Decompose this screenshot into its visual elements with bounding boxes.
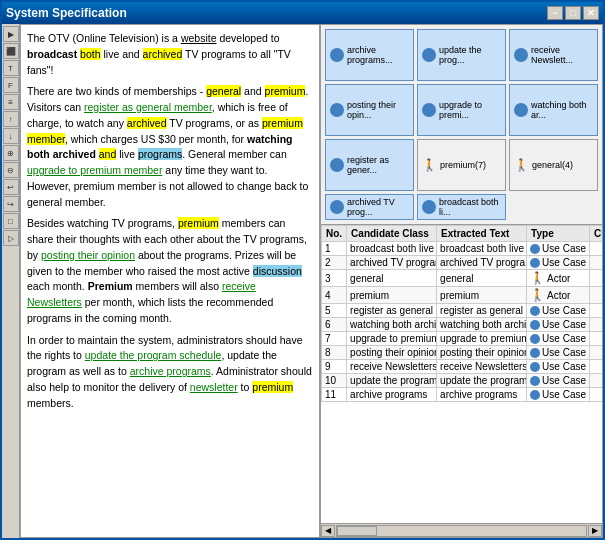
cell-extracted: watching both archi [437,318,527,332]
cell-extracted: upgrade to premium [437,332,527,346]
table-row[interactable]: 10 update the program update the program… [322,374,603,388]
h-scroll-track[interactable] [336,525,587,537]
uc-icon-3 [514,48,528,62]
tool-down[interactable]: ↓ [3,128,19,144]
uc-receive-newsletter[interactable]: receive Newslett... [509,29,598,81]
uc-archived-tv[interactable]: archived TV prog... [325,194,414,220]
tool-pointer[interactable]: ▶ [3,26,19,42]
table-row[interactable]: 1 broadcast both live broadcast both liv… [322,242,603,256]
scroll-left-btn[interactable]: ◀ [321,525,335,537]
cell-no: 9 [322,360,347,374]
cell-class [590,304,602,318]
col-extracted: Extracted Text [437,226,527,242]
tool-list[interactable]: ≡ [3,94,19,110]
h-scroll-thumb[interactable] [337,526,377,536]
type-indicator: Use Case [530,361,586,372]
uc-broadcast-both[interactable]: broadcast both li... [417,194,506,220]
tool-redo[interactable]: ↪ [3,196,19,212]
premium-members-text: premium [178,217,219,229]
uc-type-icon [530,306,540,316]
cell-class [590,318,602,332]
type-indicator: Use Case [530,389,586,400]
tool-remove[interactable]: ⊖ [3,162,19,178]
tool-box[interactable]: □ [3,213,19,229]
archived2-text: archived [127,117,167,129]
actor-type-icon: 🚶 [530,271,545,285]
tool-f[interactable]: F [3,77,19,93]
table-row[interactable]: 4 premium premium 🚶 Actor [322,287,603,304]
uc-icon-5 [422,103,436,117]
type-label: Use Case [542,375,586,386]
tool-play[interactable]: ▷ [3,230,19,246]
tool-text[interactable]: T [3,60,19,76]
both-highlight: both [80,48,100,60]
uc-label-3: receive Newslett... [531,45,593,65]
cell-candidate: premium [347,287,437,304]
uc-icon-10 [330,200,344,214]
text-panel[interactable]: The OTV (Online Television) is a website… [20,24,320,538]
uc-update-program[interactable]: update the prog... [417,29,506,81]
tool-stop[interactable]: ⬛ [3,43,19,59]
uc-label-6: watching both ar... [531,100,593,120]
actor-general[interactable]: 🚶 general(4) [509,139,598,191]
type-indicator: Use Case [530,257,586,268]
uc-icon-4 [330,103,344,117]
uc-label-10: archived TV prog... [347,197,409,217]
main-content: The OTV (Online Television) is a website… [20,24,603,538]
type-label: Use Case [542,243,586,254]
cell-type: Use Case [527,304,590,318]
table-area[interactable]: No. Candidate Class Extracted Text Type … [321,225,602,523]
cell-type: Use Case [527,360,590,374]
col-no: No. [322,226,347,242]
cell-class [590,346,602,360]
table-row[interactable]: 7 upgrade to premium upgrade to premium … [322,332,603,346]
cell-type: 🚶 Actor [527,270,590,287]
cell-candidate: watching both archi [347,318,437,332]
premium-bold: Premium [88,280,133,292]
cell-no: 3 [322,270,347,287]
discussion-text: discussion [253,265,302,277]
cell-no: 2 [322,256,347,270]
table-row[interactable]: 2 archived TV programs archived TV progr… [322,256,603,270]
type-label: Use Case [542,389,586,400]
close-button[interactable]: ✕ [583,6,599,20]
actor-type-icon: 🚶 [530,288,545,302]
broadcast-text: broadcast [27,48,77,60]
uc-upgrade-premium[interactable]: upgrade to premi... [417,84,506,136]
uc-type-icon [530,348,540,358]
tool-up[interactable]: ↑ [3,111,19,127]
scroll-right-btn[interactable]: ▶ [588,525,602,537]
uc-watching-both[interactable]: watching both ar... [509,84,598,136]
table-row[interactable]: 11 archive programs archive programs Use… [322,388,603,402]
tool-add[interactable]: ⊕ [3,145,19,161]
bottom-scrollbar[interactable]: ◀ ▶ [321,523,602,537]
receive-text: receive Newsletters [27,280,256,308]
cell-candidate: archived TV programs [347,256,437,270]
uc-icon-2 [422,48,436,62]
table-row[interactable]: 3 general general 🚶 Actor [322,270,603,287]
table-row[interactable]: 5 register as general m register as gene… [322,304,603,318]
type-label: Use Case [542,347,586,358]
minimize-button[interactable]: − [547,6,563,20]
table-row[interactable]: 9 receive Newsletters receive Newsletter… [322,360,603,374]
uc-register[interactable]: register as gener... [325,139,414,191]
table-row[interactable]: 8 posting their opinion posting their op… [322,346,603,360]
cell-extracted: premium [437,287,527,304]
uc-posting-opinion[interactable]: posting their opin... [325,84,414,136]
type-label: Actor [547,290,570,301]
uc-type-icon [530,334,540,344]
cell-extracted: posting their opinion [437,346,527,360]
cell-type: Use Case [527,332,590,346]
tool-undo[interactable]: ↩ [3,179,19,195]
table-row[interactable]: 6 watching both archi watching both arch… [322,318,603,332]
uc-archive-programs[interactable]: archive programs... [325,29,414,81]
archive-text: archive programs [130,365,211,377]
cell-no: 4 [322,287,347,304]
main-window: System Specification − □ ✕ ▶ ⬛ T F ≡ ↑ ↓… [0,0,605,540]
maximize-button[interactable]: □ [565,6,581,20]
premium-text: premium [265,85,306,97]
actor-icon-premium: 🚶 [422,158,437,172]
uc-type-icon [530,362,540,372]
actor-premium[interactable]: 🚶 premium(7) [417,139,506,191]
cell-candidate: posting their opinion [347,346,437,360]
